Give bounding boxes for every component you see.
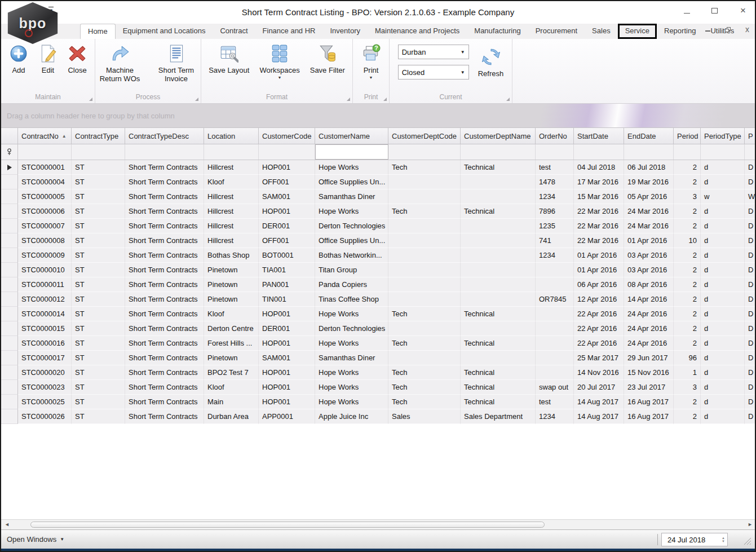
grid-cell[interactable]: Tinas Coffee Shop [315,292,388,307]
scroll-left-icon[interactable]: ◄ [5,522,10,527]
grid-cell[interactable]: Short Term Contracts [125,321,204,336]
grid-cell[interactable]: Hope Works [315,160,388,175]
grid-cell[interactable]: 2 [674,409,701,424]
grid-cell[interactable]: 2 [674,248,701,263]
grid-cell[interactable]: Tech [388,380,461,395]
table-row[interactable]: STC0000009STShort Term ContractsBothas S… [1,248,755,263]
grid-cell[interactable]: ST [72,336,125,351]
table-row[interactable]: STC0000008STShort Term ContractsHillcres… [1,233,755,248]
column-header-customername[interactable]: CustomerName [315,127,388,144]
grid-cell[interactable]: HOP001 [259,395,315,409]
grid-cell[interactable] [461,351,536,365]
grid-cell[interactable]: 1234 [536,248,574,263]
grid-cell[interactable]: Short Term Contracts [125,219,204,233]
group-by-panel[interactable]: Drag a column header here to group by th… [1,104,755,127]
grid-cell[interactable]: STC0000011 [18,277,72,292]
ribbon-tab[interactable]: Manufacturing [467,24,528,39]
grid-cell[interactable]: STC0000001 [18,160,72,175]
grid-cell[interactable]: D [745,277,755,292]
filter-cell-customerdeptname[interactable] [461,144,536,160]
grid-cell[interactable]: 03 Apr 2016 [624,248,674,263]
grid-cell[interactable]: D [745,351,755,365]
grid-cell[interactable] [461,263,536,277]
grid-cell[interactable]: Durban Area [204,409,259,424]
grid-cell[interactable]: STC0000017 [18,351,72,365]
grid-cell[interactable]: STC0000023 [18,380,72,395]
grid-cell[interactable]: Hope Works [315,307,388,321]
grid-cell[interactable]: 2 [674,204,701,219]
grid-cell[interactable]: D [745,321,755,336]
grid-cell[interactable]: STC0000012 [18,292,72,307]
grid-cell[interactable]: Derton Technologies [315,219,388,233]
grid-cell[interactable]: 2 [674,175,701,189]
grid-cell[interactable]: ST [72,160,125,175]
grid-cell[interactable]: ST [72,307,125,321]
table-row[interactable]: STC0000026STShort Term ContractsDurban A… [1,409,755,424]
grid-cell[interactable]: Kloof [204,175,259,189]
grid-cell[interactable]: Pinetown [204,292,259,307]
site-combobox[interactable]: Durban ▼ [398,45,469,59]
table-row[interactable]: STC0000016STShort Term ContractsForest H… [1,336,755,351]
grid-cell[interactable]: D [745,395,755,409]
grid-cell[interactable]: 2 [674,277,701,292]
grid-cell[interactable]: Technical [461,307,536,321]
grid-cell[interactable]: 04 Jul 2018 [574,160,624,175]
grid-cell[interactable]: d [701,365,745,380]
grid-cell[interactable]: 2 [674,160,701,175]
grid-cell[interactable]: D [745,204,755,219]
grid-cell[interactable]: 22 Mar 2016 [574,204,624,219]
group-expand-icon[interactable] [195,98,198,101]
grid-cell[interactable]: 19 Mar 2016 [624,175,674,189]
spinner-arrows-icon[interactable]: ▲▼ [722,536,725,543]
child-minimize-icon[interactable] [705,27,710,32]
ribbon-tab[interactable]: Finance and HR [255,24,323,39]
grid-cell[interactable]: Hillcrest [204,204,259,219]
grid-cell[interactable]: HOP001 [259,336,315,351]
grid-cell[interactable]: Office Supplies Un... [315,175,388,189]
grid-cell[interactable]: d [701,160,745,175]
grid-cell[interactable]: Hillcrest [204,233,259,248]
grid-cell[interactable]: Pinetown [204,351,259,365]
grid-cell[interactable]: 24 Mar 2016 [624,219,674,233]
grid-cell[interactable]: STC0000005 [18,189,72,204]
grid-cell[interactable] [388,233,461,248]
grid-cell[interactable]: STC0000014 [18,307,72,321]
save-layout-button[interactable]: Save Layout [209,41,249,74]
grid-cell[interactable]: 14 Apr 2016 [624,292,674,307]
grid-cell[interactable] [388,189,461,204]
grid-cell[interactable]: HOP001 [259,365,315,380]
filter-cell-p[interactable] [745,144,755,160]
grid-cell[interactable]: w [701,189,745,204]
grid-cell[interactable]: 16 Aug 2017 [624,395,674,409]
grid-cell[interactable]: 24 Apr 2016 [624,321,674,336]
grid-cell[interactable]: 20 Jul 2017 [574,380,624,395]
grid-cell[interactable]: D [745,380,755,395]
grid-cell[interactable]: SAM001 [259,351,315,365]
grid-cell[interactable]: Kloof [204,307,259,321]
ribbon-tab[interactable]: Reporting [657,24,703,39]
grid-cell[interactable]: Short Term Contracts [125,204,204,219]
horizontal-scrollbar[interactable]: ◄ ► [1,519,755,529]
grid-cell[interactable]: d [701,380,745,395]
grid-cell[interactable] [536,365,574,380]
close-window-icon[interactable]: × [739,6,747,16]
grid-cell[interactable]: d [701,204,745,219]
grid-cell[interactable]: ST [72,277,125,292]
grid-cell[interactable]: ST [72,204,125,219]
grid-cell[interactable]: d [701,409,745,424]
grid-cell[interactable] [461,189,536,204]
ribbon-tab[interactable]: Sales [585,24,618,39]
grid-cell[interactable]: Forest Hills ... [204,336,259,351]
grid-cell[interactable]: Short Term Contracts [125,351,204,365]
grid-cell[interactable]: Hope Works [315,395,388,409]
column-header-contracttypedesc[interactable]: ContractTypeDesc [125,127,204,144]
grid-cell[interactable]: 1 [674,365,701,380]
grid-cell[interactable]: PAN001 [259,277,315,292]
grid-cell[interactable]: 14 Nov 2016 [574,365,624,380]
grid-cell[interactable]: 96 [674,351,701,365]
filter-cell-startdate[interactable] [574,144,624,160]
grid-cell[interactable]: test [536,160,574,175]
grid-cell[interactable]: 10 [674,233,701,248]
grid-cell[interactable]: Short Term Contracts [125,409,204,424]
grid-cell[interactable]: Short Term Contracts [125,233,204,248]
